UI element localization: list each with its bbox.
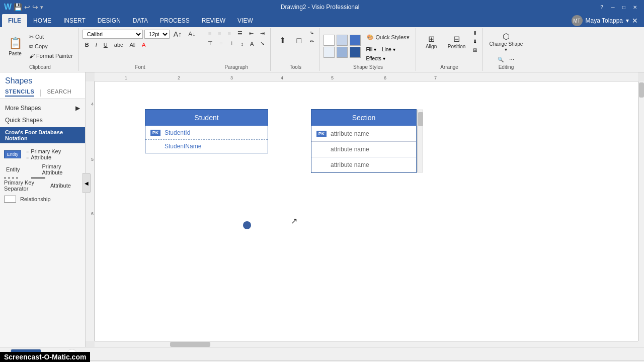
valign-mid-btn[interactable]: ≡ [217,40,225,48]
underline-btn[interactable]: U [101,41,110,49]
cut-button[interactable]: ✂ Cut [27,33,75,41]
tab-data[interactable]: DATA [127,14,154,27]
save-btn[interactable]: 💾 [14,3,22,11]
close-btn[interactable]: ✕ [630,2,640,12]
style-swatch-6[interactable] [350,47,361,58]
tab-home[interactable]: HOME [27,14,57,27]
ribbon-close-btn[interactable]: ✕ [632,17,638,25]
position-btn[interactable]: ⊟ Position [444,29,469,54]
decrease-indent-btn[interactable]: ⇤ [247,29,256,38]
student-row-studentname[interactable]: StudentName [145,139,268,153]
scrollbar-v-thumb[interactable] [639,82,644,98]
student-title: Student [194,114,218,122]
change-shape-btn[interactable]: ⬡ Change Shape ▾ [487,29,526,54]
section-row-2[interactable]: attribute name [311,141,416,157]
crows-foot-section[interactable]: Crow's Foot Database Notation [0,127,85,143]
separator-shape-entry[interactable] [4,177,19,178]
valign-top-btn[interactable]: ⊤ [205,39,215,48]
maximize-btn[interactable]: □ [619,2,629,12]
student-entity[interactable]: Student PK StudentId StudentName [145,109,268,153]
tab-design[interactable]: DESIGN [92,14,127,27]
relationship-shape-entry[interactable]: Relationship [4,196,81,203]
valign-bot-btn[interactable]: ⊥ [227,39,237,48]
undo-btn[interactable]: ↩ [24,3,30,11]
sidebar-header: Shapes STENCILS SEARCH [0,72,85,99]
style-swatch-3[interactable] [350,35,361,46]
stencils-tab[interactable]: STENCILS [5,88,34,97]
effects-btn[interactable]: Effects ▾ [364,55,387,62]
quick-styles-btn[interactable]: 🎨 Quick Styles ▾ [364,30,412,44]
paragraph-group-content: ≡ ≡ ≡ ☰ ⇤ ⇥ ⊤ ≡ ⊥ ↕ A ↘ [205,29,267,63]
section-entity[interactable]: Section PK attribute name attribute name… [311,109,417,173]
align-right-btn[interactable]: ≡ [225,30,233,38]
style-swatch-5[interactable] [337,47,348,58]
section-row-1[interactable]: PK attribute name [311,126,416,141]
increase-indent-btn[interactable]: ⇥ [258,29,267,38]
clear-format-btn[interactable]: A⃝ [127,41,138,49]
align-left-btn[interactable]: ≡ [206,30,214,38]
editing-more-btn[interactable]: ⋯ [507,56,516,63]
font-family-select[interactable]: Calibri [83,30,143,39]
page-tabs: ◀ Page-1 All ▲ + [0,347,644,360]
tab-insert[interactable]: INSERT [57,14,92,27]
style-swatch-4[interactable] [324,47,335,58]
find-btn[interactable]: 🔍 [496,56,506,63]
minimize-btn[interactable]: ─ [608,2,618,12]
copy-button[interactable]: ⧉ Copy [27,42,75,51]
student-row-studentid[interactable]: PK StudentId [145,126,268,139]
more-shapes-item[interactable]: More Shapes ▶ [0,102,85,114]
shape-btn[interactable]: □ [291,29,306,52]
pk-shape-entry[interactable]: = = Primary KeyAttribute [26,148,61,160]
bold-btn[interactable]: B [83,41,92,49]
style-row: Fill ▾ Line ▾ [364,46,412,53]
spacing-btn[interactable]: ↕ [238,40,247,48]
align-btn[interactable]: ⊞ Align [420,29,443,54]
canvas[interactable]: Student PK StudentId StudentName Sectio [95,81,638,341]
para-more-btn[interactable]: ↘ [258,39,267,48]
text-dir-btn[interactable]: A [248,40,256,48]
paste-button[interactable]: 📋 Paste [5,31,25,61]
search-tab[interactable]: SEARCH [47,88,71,97]
canvas-scrollbar-h[interactable] [95,341,638,347]
attribute-shape-entry[interactable] [31,177,45,178]
tab-view[interactable]: VIEW [231,14,259,27]
grow-font-btn[interactable]: A↑ [171,29,184,39]
section-scrollbar[interactable] [417,110,423,172]
italic-btn[interactable]: I [93,41,100,49]
pointer-tool-btn[interactable]: ⬆ [275,29,290,52]
align-center-btn[interactable]: ≡ [215,30,223,38]
font-size-select[interactable]: 12pt. [144,30,170,39]
bullets-btn[interactable]: ☰ [235,29,245,38]
canvas-area[interactable]: 1 2 3 4 5 6 7 4 5 6 Student PK [86,72,644,347]
pencil-btn[interactable]: ✏ [308,38,316,45]
group-btn[interactable]: ⊞ [471,46,479,54]
bring-forward-btn[interactable]: ⬆ [471,29,479,37]
ribbon-tabs[interactable]: FILE HOME INSERT DESIGN DATA PROCESS REV… [0,14,644,27]
ruler-mark-6: 6 [384,75,386,80]
line-btn[interactable]: Line ▾ [380,46,397,53]
help-btn[interactable]: ? [597,2,607,12]
fill-btn[interactable]: Fill ▾ [364,46,378,53]
entity-shape-entry[interactable]: Entity [4,148,21,160]
quick-shapes-item[interactable]: Quick Shapes [0,114,85,126]
scrollbar-h-thumb[interactable] [170,342,210,347]
canvas-scrollbar-v[interactable] [638,81,644,341]
tab-review[interactable]: REVIEW [196,14,231,27]
send-backward-btn[interactable]: ⬇ [471,38,479,45]
tab-file[interactable]: FILE [2,14,27,27]
connector-btn[interactable]: ⤷ [308,29,316,37]
redo-btn[interactable]: ↪ [32,3,38,11]
sidebar-collapse-btn[interactable]: ◀ [83,173,91,193]
shrink-font-btn[interactable]: A↓ [186,30,198,39]
tab-process[interactable]: PROCESS [154,14,196,27]
section-row-3[interactable]: attribute name [311,157,416,172]
style-swatch-2[interactable] [337,35,348,46]
window-controls[interactable]: ? ─ □ ✕ [597,2,640,12]
quick-access-toolbar[interactable]: W 💾 ↩ ↪ ▾ [4,3,43,12]
strikethrough-btn[interactable]: abc [112,41,126,49]
font-color-btn[interactable]: A [139,41,148,49]
user-name[interactable]: Maya Tolappa [586,17,623,24]
format-painter-button[interactable]: 🖌 Format Painter [27,52,75,60]
user-dropdown-icon[interactable]: ▾ [626,17,629,24]
style-swatch-1[interactable] [324,35,335,46]
